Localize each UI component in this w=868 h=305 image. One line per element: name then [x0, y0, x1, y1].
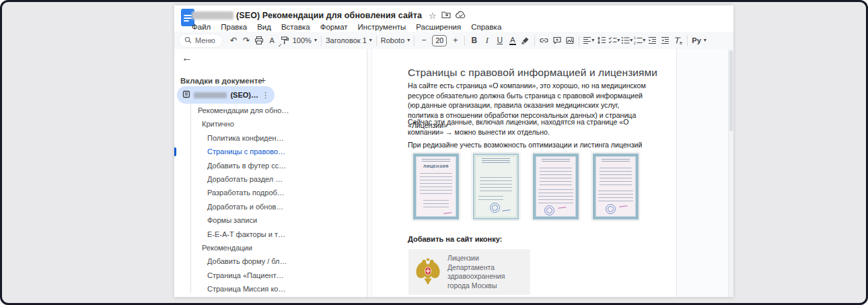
increase-indent-button[interactable] — [659, 34, 672, 47]
chevron-down-icon: ▾ — [591, 38, 594, 43]
license-image-2[interactable] — [472, 153, 519, 220]
menu-extensions[interactable]: Расширения — [416, 23, 461, 31]
highlight-color-button[interactable] — [519, 34, 532, 47]
menu-edit[interactable]: Правка — [221, 23, 247, 31]
insert-image-button[interactable] — [563, 34, 576, 47]
redacted-tab-name — [194, 92, 227, 98]
text-color-button[interactable]: A — [509, 36, 516, 45]
license-images-row: ЛИЦЕНЗИЯ — [412, 153, 639, 220]
sidebar-item-improve-section[interactable]: Доработать раздел … — [207, 175, 283, 183]
chevron-down-icon: ▾ — [369, 38, 372, 43]
chevron-down-icon: ▾ — [314, 38, 317, 43]
document-tabs-panel: ← Вкладки в документе + (SEO)… ⋮ Рекомен… — [174, 49, 367, 297]
line-spacing-button[interactable] — [595, 34, 608, 47]
license-icon-card[interactable]: Лицензии Департамента здравоохранения го… — [408, 249, 530, 295]
decrease-font-size-button[interactable]: − — [417, 34, 430, 47]
menu-insert[interactable]: Вставка — [281, 23, 310, 31]
title-row: (SEO) Рекомендации для обновления сайта … — [192, 10, 466, 21]
tab-icon — [182, 89, 190, 101]
add-icon-label: Добавить на сайт иконку: — [408, 235, 502, 243]
add-tab-button[interactable]: + — [260, 75, 266, 86]
insert-link-button[interactable] — [538, 34, 550, 47]
indent-guide-line — [190, 103, 191, 293]
vertical-scrollbar[interactable] — [728, 49, 733, 297]
spellcheck-button[interactable]: A✓ — [266, 34, 279, 47]
search-icon — [184, 34, 192, 46]
font-select[interactable]: Roboto▾ — [379, 34, 412, 47]
chevron-down-icon: ▾ — [630, 38, 632, 43]
redo-button[interactable]: ↷ — [240, 34, 253, 47]
input-language-button[interactable]: Ру▾ — [690, 34, 707, 47]
checklist-button[interactable]: ▾ — [608, 34, 620, 47]
sidebar-item-booking-forms[interactable]: Формы записи — [207, 216, 257, 224]
active-tab-label: (SEO)… — [230, 91, 258, 99]
tab-more-options-icon[interactable]: ⋮ — [262, 91, 269, 100]
sidebar-item-privacy-policy[interactable]: Политика конфиден… — [207, 134, 284, 142]
active-document-tab[interactable]: (SEO)… ⋮ — [177, 86, 275, 104]
document-title[interactable]: (SEO) Рекомендации для обновления сайта — [236, 11, 422, 20]
document-page[interactable]: Страницы с правовой информацией и лиценз… — [371, 49, 677, 297]
menu-format[interactable]: Формат — [320, 23, 348, 31]
bulleted-list-button[interactable]: ▾ — [620, 34, 633, 47]
sidebar-item-add-form-block[interactable]: Добавить форму / бл… — [207, 257, 287, 265]
sidebar-item-eeat-factors[interactable]: E-E-A-T факторы и т… — [207, 230, 285, 238]
menu-search-button[interactable]: Меню — [179, 34, 222, 47]
sidebar-item-critical[interactable]: Критично — [202, 120, 234, 128]
numbered-list-button[interactable]: 12▾ — [633, 34, 646, 47]
bold-button[interactable]: B — [468, 34, 480, 47]
chevron-down-icon: ▾ — [617, 38, 620, 43]
add-comment-button[interactable] — [550, 34, 563, 47]
close-panel-back-button[interactable]: ← — [182, 52, 192, 64]
menubar: Файл Правка Вид Вставка Формат Инструмен… — [192, 23, 501, 31]
zoom-select[interactable]: 100%▾ — [291, 34, 318, 47]
move-folder-icon[interactable] — [441, 9, 451, 22]
print-button[interactable] — [253, 34, 266, 47]
screenshot-frame: (SEO) Рекомендации для обновления сайта … — [0, 0, 868, 305]
svg-text:2: 2 — [634, 42, 636, 44]
undo-button[interactable]: ↶ — [227, 34, 240, 47]
increase-font-size-button[interactable]: + — [449, 34, 462, 47]
clear-formatting-button[interactable] — [672, 34, 684, 47]
menu-search-label: Меню — [195, 36, 215, 44]
menu-file[interactable]: Файл — [192, 23, 211, 31]
scrollbar-thumb[interactable] — [729, 50, 733, 131]
chevron-down-icon: ▾ — [643, 38, 645, 43]
license-image-4[interactable] — [592, 153, 639, 220]
toolbar: Меню ↶ ↷ A✓ 100%▾ Заголовок 1▾ Roboto▾ −… — [174, 32, 733, 49]
doc-paragraph-2: Сейчас эти данные, включая лицензии, нах… — [408, 117, 651, 137]
doc-paragraph-3: При редизайне учесть возможность оптимиз… — [408, 140, 651, 150]
doc-heading: Страницы с правовой информацией и лиценз… — [408, 67, 657, 79]
document-canvas: Страницы с правовой информацией и лиценз… — [367, 49, 733, 297]
menu-help[interactable]: Справка — [471, 23, 501, 31]
icon-card-line2: здравоохранения — [447, 272, 505, 280]
license-image-3[interactable] — [532, 153, 579, 220]
sidebar-item-recommendations[interactable]: Рекомендации — [202, 244, 252, 252]
paragraph-style-select[interactable]: Заголовок 1▾ — [324, 34, 373, 47]
sidebar-item-develop-detailed[interactable]: Разработать подроб… — [207, 189, 285, 197]
google-docs-window: (SEO) Рекомендации для обновления сайта … — [174, 5, 733, 298]
icon-card-line3: города Москвы — [447, 281, 497, 290]
tabs-panel-title: Вкладки в документе — [180, 77, 262, 85]
font-size-input[interactable]: 20 — [432, 35, 447, 46]
moscow-health-department-eagle-icon — [415, 257, 441, 287]
sidebar-item-update-refresh[interactable]: Доработать и обнов… — [207, 203, 283, 211]
sidebar-item-patient-page[interactable]: Страница «Пациент… — [207, 271, 284, 279]
sidebar-item-mission-page[interactable]: Страница Миссия ко… — [207, 285, 285, 293]
sidebar-item-footer-links[interactable]: Добавить в футер сс… — [207, 162, 286, 170]
underline-button[interactable]: U — [493, 34, 506, 47]
license-image-1[interactable]: ЛИЦЕНЗИЯ — [412, 153, 460, 220]
menu-view[interactable]: Вид — [257, 23, 271, 31]
menu-tools[interactable]: Инструменты — [358, 23, 406, 31]
redacted-title-part — [192, 11, 233, 20]
align-button[interactable]: ▾ — [582, 34, 595, 47]
star-icon[interactable]: ☆ — [429, 11, 437, 20]
cloud-status-icon[interactable] — [456, 9, 466, 22]
decrease-indent-button[interactable] — [646, 34, 659, 47]
sidebar-item-recommendations-doc[interactable]: Рекомендации для обно… — [198, 106, 289, 114]
license-title-text: ЛИЦЕНЗИЯ — [412, 164, 460, 168]
sidebar-item-legal-pages[interactable]: Страницы с правово… — [207, 147, 285, 156]
chevron-down-icon: ▾ — [704, 38, 707, 43]
chevron-down-icon: ▾ — [407, 38, 410, 43]
active-item-indicator — [174, 147, 176, 156]
italic-button[interactable]: I — [480, 34, 493, 47]
